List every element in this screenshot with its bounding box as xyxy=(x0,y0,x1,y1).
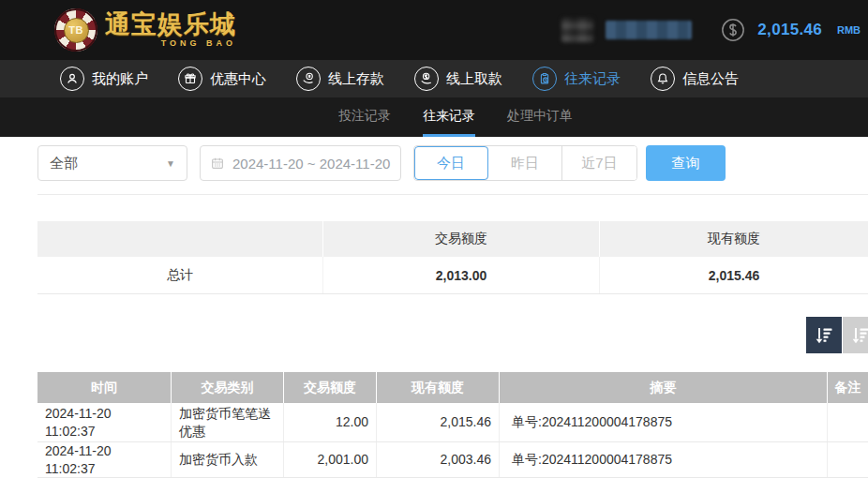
cell-amount: 12.00 xyxy=(284,403,377,441)
cell-time: 2024-11-20 11:02:37 xyxy=(37,442,172,477)
nav-item-my-account[interactable]: 我的账户 xyxy=(60,67,148,91)
nav-item-withdraw[interactable]: 线上取款 xyxy=(414,67,502,91)
cell-balance: 2,003.46 xyxy=(377,442,500,477)
sort-amount-down-icon xyxy=(813,324,835,347)
currency-label: RMB xyxy=(837,24,861,36)
sort-buttons xyxy=(806,317,868,353)
bell-icon xyxy=(651,67,675,91)
top-bar: TB 通宝娱乐城 TONG BAO 2,015.46 RMB xyxy=(0,0,868,60)
user-icon xyxy=(60,67,84,91)
col-header-note: 备注 xyxy=(828,372,868,403)
records-icon xyxy=(532,67,557,91)
today-button[interactable]: 今日 xyxy=(414,146,488,180)
chevron-down-icon: ▼ xyxy=(166,158,175,169)
tab-pending-orders[interactable]: 处理中订单 xyxy=(507,97,573,137)
sort-ascending-button[interactable] xyxy=(843,317,868,353)
sort-amount-up-icon xyxy=(849,324,868,347)
tab-transaction-records[interactable]: 往来记录 xyxy=(423,97,475,137)
col-header-balance: 现有额度 xyxy=(377,372,500,403)
deposit-icon xyxy=(296,67,321,91)
username-redacted xyxy=(606,21,692,39)
cell-type: 加密货币笔笔送优惠 xyxy=(172,403,284,441)
date-range-input[interactable]: 2024-11-20 ~ 2024-11-20 xyxy=(200,145,401,181)
nav-item-promotions[interactable]: 优惠中心 xyxy=(178,67,266,91)
tab-betting-records[interactable]: 投注记录 xyxy=(338,97,391,137)
summary-trade-amount-value: 2,013.00 xyxy=(323,257,600,293)
cell-note xyxy=(828,403,868,441)
col-header-amount: 交易额度 xyxy=(284,372,377,403)
sort-descending-button[interactable] xyxy=(806,317,842,353)
user-account-area[interactable]: 2,015.46 RMB xyxy=(561,0,861,60)
dollar-circle-icon xyxy=(721,18,745,42)
cell-type: 加密货币入款 xyxy=(172,442,284,477)
cell-note xyxy=(828,442,868,477)
quick-date-buttons: 今日 昨日 近7日 xyxy=(413,145,637,181)
nav-item-transaction-records[interactable]: 往来记录 xyxy=(532,67,621,91)
select-value: 全部 xyxy=(50,155,78,172)
nav-label: 往来记录 xyxy=(564,70,621,88)
nav-label: 线上取款 xyxy=(446,70,502,88)
nav-label: 信息公告 xyxy=(682,70,739,88)
account-balance: 2,015.46 xyxy=(757,21,822,39)
table-row: 2024-11-20 11:02:37 加密货币入款 2,001.00 2,00… xyxy=(37,442,868,478)
cell-time: 2024-11-20 11:02:37 xyxy=(37,403,172,441)
nav-label: 优惠中心 xyxy=(210,70,266,88)
cell-summary: 单号:202411200004178875 xyxy=(500,442,828,477)
site-logo[interactable]: TB 通宝娱乐城 TONG BAO xyxy=(54,8,236,52)
cell-summary: 单号:202411200004178875 xyxy=(500,403,828,441)
date-range-value: 2024-11-20 ~ 2024-11-20 xyxy=(232,156,390,172)
filter-row: 全部 ▼ 2024-11-20 ~ 2024-11-20 今日 昨日 近7日 查… xyxy=(37,145,726,181)
main-navigation: 我的账户 优惠中心 线上存款 线上取款 xyxy=(0,60,868,97)
col-header-time: 时间 xyxy=(37,372,172,403)
calendar-icon xyxy=(210,156,225,171)
gift-icon xyxy=(178,67,202,91)
summary-header-trade-amount: 交易额度 xyxy=(323,221,600,257)
summary-table: 交易额度 现有额度 总计 2,013.00 2,015.46 xyxy=(37,221,868,294)
col-header-type: 交易类别 xyxy=(172,372,284,403)
section-divider xyxy=(37,194,868,195)
nav-item-deposit[interactable]: 线上存款 xyxy=(296,67,384,91)
yesterday-button[interactable]: 昨日 xyxy=(488,146,562,180)
col-header-summary: 摘要 xyxy=(500,372,828,403)
cell-amount: 2,001.00 xyxy=(284,442,377,477)
user-avatar-redacted xyxy=(561,18,593,42)
poker-chip-logo-icon: TB xyxy=(54,8,97,52)
transaction-type-select[interactable]: 全部 ▼ xyxy=(37,145,187,181)
records-table: 时间 交易类别 交易额度 现有额度 摘要 备注 2024-11-20 11:02… xyxy=(37,372,868,478)
site-subtitle: TONG BAO xyxy=(105,39,236,48)
summary-total-row: 总计 2,013.00 2,015.46 xyxy=(37,257,868,294)
table-row: 2024-11-20 11:02:37 加密货币笔笔送优惠 12.00 2,01… xyxy=(37,403,868,442)
record-tabs: 投注记录 往来记录 处理中订单 xyxy=(0,97,868,137)
nav-item-announcements[interactable]: 信息公告 xyxy=(651,67,739,91)
records-header-row: 时间 交易类别 交易额度 现有额度 摘要 备注 xyxy=(37,372,868,403)
last7days-button[interactable]: 近7日 xyxy=(562,146,636,180)
chip-monogram: TB xyxy=(64,18,89,43)
summary-header-row: 交易额度 现有额度 xyxy=(37,221,868,257)
summary-header-current-amount: 现有额度 xyxy=(600,221,868,257)
query-button[interactable]: 查询 xyxy=(646,145,726,181)
summary-current-amount-value: 2,015.46 xyxy=(600,257,868,293)
nav-label: 我的账户 xyxy=(92,70,148,88)
cell-balance: 2,015.46 xyxy=(377,403,500,441)
withdraw-icon xyxy=(414,67,439,91)
site-title: 通宝娱乐城 xyxy=(105,12,236,37)
summary-header-blank xyxy=(37,221,323,257)
nav-label: 线上存款 xyxy=(328,70,384,88)
summary-total-label: 总计 xyxy=(37,257,323,293)
